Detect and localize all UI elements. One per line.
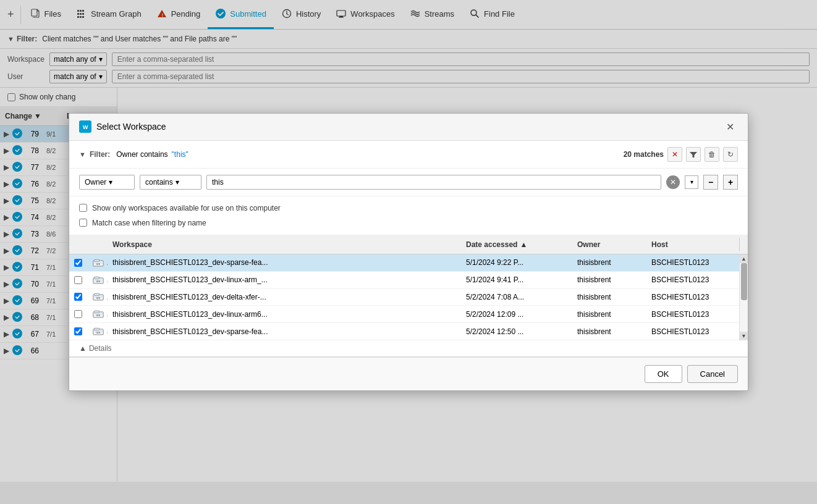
details-tab-label: Details	[89, 344, 112, 353]
row-date-accessed: 5/1/2024 9:22 P...	[461, 256, 572, 269]
dialog-filter-value: "this"	[172, 150, 188, 159]
row-owner: thisisbrent	[572, 256, 646, 269]
th-host[interactable]: Host	[646, 238, 739, 251]
scroll-up-arrow[interactable]: ▲	[740, 254, 748, 263]
dialog-title-icon: W	[79, 120, 91, 133]
th-date-accessed[interactable]: Date accessed ▲	[461, 238, 572, 251]
workspace-icon: WS	[93, 276, 104, 285]
row-date-accessed: 5/2/2024 7:08 A...	[461, 290, 572, 304]
row-checkbox[interactable]	[74, 310, 82, 318]
dialog-table-row[interactable]: WS thisisbrent_BSCHIESTL0123_dev-sparse-…	[69, 254, 739, 272]
filter-icon-button[interactable]	[686, 147, 701, 162]
row-ws-icon-cell: WS	[88, 307, 108, 321]
row-checkbox[interactable]	[74, 259, 82, 267]
dialog-filter-label: Filter:	[90, 150, 110, 159]
svg-text:WS: WS	[96, 314, 101, 317]
row-ws-icon-cell: WS	[88, 256, 108, 270]
dialog-filter-left: ▼ Filter: Owner contains "this"	[79, 150, 188, 159]
dialog-title: W Select Workspace	[79, 120, 166, 133]
delete-filter-button[interactable]: 🗑	[705, 147, 719, 162]
row-workspace-name: thisisbrent_BSCHIESTL0123_dev-linux-arm_…	[108, 273, 461, 287]
dialog-overlay: W Select Workspace ✕ ▼ Filter: Owner con…	[0, 0, 817, 482]
row-ws-icon-cell: WS	[88, 290, 108, 304]
scrollbar-track[interactable]	[740, 263, 748, 332]
cancel-button[interactable]: Cancel	[687, 365, 738, 383]
row-owner: thisisbrent	[572, 325, 646, 338]
row-owner: thisisbrent	[572, 273, 646, 287]
scrollbar-thumb[interactable]	[741, 263, 747, 300]
row-workspace-name: thisisbrent_BSCHIESTL0123_dev-sparse-fea…	[108, 256, 461, 269]
svg-text:WS: WS	[96, 331, 101, 334]
dialog-checkboxes: Show only workspaces available for use o…	[69, 196, 748, 235]
row-date-accessed: 5/2/2024 12:09 ...	[461, 308, 572, 321]
dialog-table-row[interactable]: WS thisisbrent_BSCHIESTL0123_dev-linux-a…	[69, 272, 739, 289]
dialog-filter-arrow[interactable]: ▼	[79, 151, 86, 158]
match-case-label: Match case when filtering by name	[92, 219, 206, 227]
checkbox-row-2: Match case when filtering by name	[79, 219, 738, 227]
dialog-header: W Select Workspace ✕	[69, 114, 748, 141]
match-case-checkbox[interactable]	[79, 219, 87, 227]
filter-condition-arrow: ▾	[176, 178, 179, 187]
scroll-down-arrow[interactable]: ▼	[740, 332, 748, 340]
filter-field-label: Owner	[85, 178, 106, 187]
select-workspace-dialog: W Select Workspace ✕ ▼ Filter: Owner con…	[69, 113, 748, 391]
dialog-filter-row: Owner ▾ contains ▾ ✕ ▾ − +	[69, 169, 748, 196]
row-ws-icon-cell: WS	[88, 324, 108, 338]
row-host: BSCHIESTL0123	[646, 273, 739, 287]
row-owner: thisisbrent	[572, 290, 646, 304]
svg-marker-35	[690, 152, 697, 158]
row-checkbox-cell[interactable]	[69, 290, 88, 303]
th-icon-col	[88, 238, 108, 251]
row-host: BSCHIESTL0123	[646, 308, 739, 321]
dialog-filter-right: 20 matches ✕ 🗑 ↻	[624, 147, 738, 162]
row-host: BSCHIESTL0123	[646, 290, 739, 304]
workspace-icon: WS	[93, 293, 104, 301]
row-checkbox-cell[interactable]	[69, 256, 88, 269]
dialog-table-container: Workspace Date accessed ▲ Owner Host	[69, 235, 748, 340]
filter-condition-select[interactable]: contains ▾	[140, 175, 201, 190]
filter-value-input[interactable]	[206, 175, 661, 190]
filter-minus-button[interactable]: −	[703, 175, 718, 190]
svg-text:W: W	[83, 124, 88, 130]
dialog-filter-bar: ▼ Filter: Owner contains "this" 20 match…	[69, 141, 748, 169]
th-owner[interactable]: Owner	[572, 238, 646, 251]
matches-count: 20 matches	[624, 150, 664, 159]
row-host: BSCHIESTL0123	[646, 325, 739, 338]
svg-text:WS: WS	[96, 297, 101, 300]
row-checkbox[interactable]	[74, 276, 82, 284]
dialog-close-button[interactable]: ✕	[722, 120, 738, 134]
filter-field-arrow: ▾	[109, 178, 112, 187]
dialog-table-row[interactable]: WS thisisbrent_BSCHIESTL0123_dev-sparse-…	[69, 323, 739, 340]
sort-asc-icon: ▲	[520, 240, 527, 249]
refresh-button[interactable]: ↻	[723, 147, 738, 162]
dialog-table-row[interactable]: WS thisisbrent_BSCHIESTL0123_dev-linux-a…	[69, 306, 739, 323]
row-checkbox-cell[interactable]	[69, 308, 88, 321]
dialog-table-row[interactable]: WS thisisbrent_BSCHIESTL0123_dev-delta-x…	[69, 289, 739, 306]
row-date-accessed: 5/2/2024 12:50 ...	[461, 325, 572, 338]
row-date-accessed: 5/1/2024 9:41 P...	[461, 273, 572, 287]
row-checkbox[interactable]	[74, 293, 82, 301]
row-checkbox[interactable]	[74, 327, 82, 335]
workspace-icon: WS	[93, 259, 104, 267]
row-owner: thisisbrent	[572, 308, 646, 321]
filter-value-clear-button[interactable]: ✕	[666, 175, 680, 189]
filter-field-select[interactable]: Owner ▾	[79, 175, 135, 190]
filter-plus-button[interactable]: +	[723, 175, 738, 190]
dialog-details-tab: ▲ Details	[69, 340, 748, 357]
th-workspace[interactable]: Workspace	[108, 238, 461, 251]
details-expand-icon[interactable]: ▲	[79, 344, 87, 353]
show-available-checkbox[interactable]	[79, 204, 87, 212]
th-scrollbar-spacer	[739, 238, 748, 251]
row-checkbox-cell[interactable]	[69, 274, 88, 287]
row-ws-icon-cell: WS	[88, 273, 108, 287]
ok-button[interactable]: OK	[645, 365, 682, 383]
row-checkbox-cell[interactable]	[69, 325, 88, 338]
clear-filter-button[interactable]: ✕	[667, 147, 682, 162]
dialog-title-text: Select Workspace	[96, 122, 166, 132]
filter-value-dropdown-button[interactable]: ▾	[685, 175, 698, 189]
dialog-table-body: WS thisisbrent_BSCHIESTL0123_dev-sparse-…	[69, 254, 748, 340]
dialog-scrollbar[interactable]: ▲ ▼	[739, 254, 748, 340]
checkbox-row-1: Show only workspaces available for use o…	[79, 204, 738, 212]
workspace-icon: WS	[93, 327, 104, 336]
show-available-label: Show only workspaces available for use o…	[92, 204, 281, 212]
